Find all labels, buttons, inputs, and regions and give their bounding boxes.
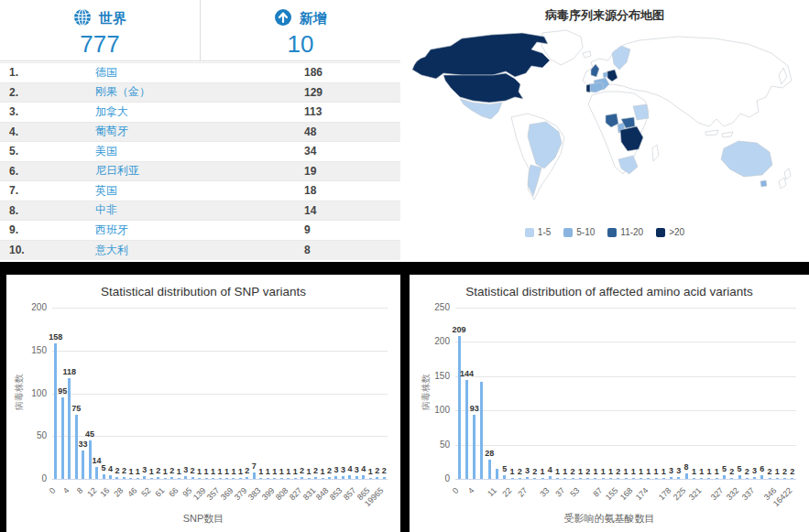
bar[interactable] (267, 478, 269, 479)
bar[interactable] (526, 477, 529, 479)
region-tasmania[interactable] (760, 180, 767, 187)
country-link[interactable]: 德国 (92, 63, 301, 83)
bar[interactable] (348, 475, 351, 479)
bar[interactable] (572, 478, 574, 479)
bar[interactable] (334, 476, 337, 479)
region-spain[interactable] (589, 82, 604, 92)
country-link[interactable]: 刚果（金） (92, 82, 301, 103)
country-link[interactable]: 西班牙 (92, 221, 301, 241)
bar[interactable] (342, 476, 344, 479)
bar[interactable] (783, 478, 786, 479)
bar[interactable] (511, 478, 514, 479)
bar[interactable] (700, 478, 703, 479)
bar[interactable] (746, 478, 749, 479)
bar[interactable] (137, 478, 139, 479)
bar[interactable] (533, 478, 536, 479)
bar[interactable] (685, 473, 688, 479)
bar[interactable] (662, 478, 665, 479)
bar[interactable] (362, 475, 365, 479)
bar[interactable] (670, 477, 672, 479)
bar[interactable] (496, 469, 498, 479)
bar[interactable] (115, 477, 118, 479)
bar[interactable] (458, 336, 461, 479)
bar[interactable] (488, 460, 491, 479)
bar[interactable] (150, 478, 153, 479)
bar[interactable] (519, 478, 521, 479)
bar[interactable] (556, 478, 559, 479)
bar[interactable] (294, 478, 297, 479)
bar[interactable] (287, 478, 290, 479)
bar[interactable] (280, 478, 283, 479)
bar[interactable] (791, 478, 793, 479)
bar[interactable] (184, 476, 187, 479)
bar[interactable] (617, 478, 619, 479)
country-link[interactable]: 意大利 (92, 240, 301, 260)
bar[interactable] (68, 378, 71, 479)
bar[interactable] (693, 478, 695, 479)
country-link[interactable]: 葡萄牙 (92, 122, 301, 142)
bar[interactable] (170, 477, 173, 479)
bar[interactable] (753, 477, 756, 479)
bar[interactable] (191, 477, 194, 479)
bar[interactable] (239, 478, 242, 479)
bar[interactable] (82, 451, 84, 479)
bar[interactable] (480, 382, 483, 479)
bar[interactable] (625, 478, 628, 479)
bar[interactable] (54, 343, 57, 479)
bar[interactable] (760, 475, 763, 479)
bar[interactable] (376, 477, 378, 479)
bar[interactable] (563, 478, 566, 479)
bar[interactable] (716, 478, 718, 479)
bar[interactable] (212, 478, 214, 479)
bar[interactable] (707, 478, 710, 479)
bar[interactable] (503, 475, 506, 479)
bar[interactable] (164, 478, 167, 479)
region-portugal[interactable] (586, 84, 590, 92)
bar[interactable] (594, 478, 596, 479)
bar[interactable] (253, 472, 256, 479)
bar[interactable] (157, 477, 159, 479)
bar[interactable] (95, 467, 98, 479)
country-link[interactable]: 美国 (92, 142, 301, 162)
bar[interactable] (198, 478, 201, 479)
region-usa[interactable] (443, 73, 523, 103)
region-canada[interactable] (412, 33, 550, 79)
country-link[interactable]: 英国 (92, 181, 301, 201)
bar[interactable] (723, 475, 726, 479)
bar[interactable] (89, 440, 92, 479)
bar[interactable] (776, 478, 779, 479)
bar[interactable] (465, 380, 468, 479)
bar[interactable] (225, 478, 228, 479)
bar[interactable] (549, 476, 552, 479)
bar[interactable] (143, 476, 146, 479)
bar[interactable] (602, 478, 605, 479)
bar[interactable] (246, 477, 248, 479)
bar[interactable] (259, 478, 262, 479)
bar[interactable] (103, 474, 105, 479)
bar[interactable] (730, 478, 733, 479)
country-link[interactable]: 中非 (92, 201, 301, 221)
bar[interactable] (655, 478, 658, 479)
bar[interactable] (109, 475, 112, 479)
bar[interactable] (322, 478, 324, 479)
bar[interactable] (738, 475, 741, 479)
bar[interactable] (473, 415, 476, 479)
bar[interactable] (579, 478, 582, 479)
bar[interactable] (232, 478, 235, 479)
bar[interactable] (328, 477, 331, 479)
bar[interactable] (205, 478, 208, 479)
bar[interactable] (541, 478, 544, 479)
bar[interactable] (129, 478, 132, 479)
bar[interactable] (640, 478, 642, 479)
bar[interactable] (369, 478, 372, 479)
bar[interactable] (301, 477, 303, 479)
region-australia[interactable] (721, 141, 772, 177)
bar[interactable] (355, 476, 358, 479)
bar[interactable] (647, 478, 650, 479)
bar[interactable] (314, 477, 317, 479)
bar[interactable] (383, 477, 386, 479)
bar[interactable] (75, 415, 78, 479)
bar[interactable] (632, 478, 635, 479)
bar[interactable] (61, 397, 64, 479)
bar[interactable] (178, 478, 180, 479)
